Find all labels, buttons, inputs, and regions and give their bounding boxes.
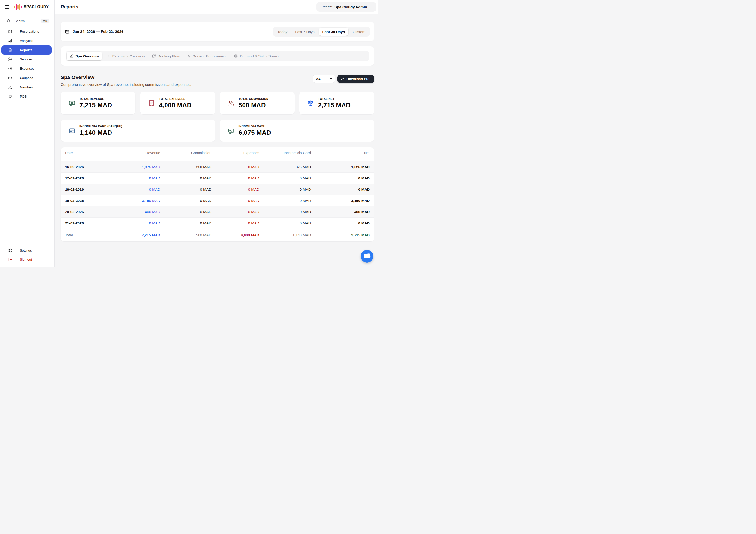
refresh-icon [152,54,156,58]
stat-label: TOTAL EXPENSES [159,97,191,100]
sidebar-item-settings[interactable]: Settings [1,246,52,255]
date-range-card: Jan 24, 2026 — Feb 22, 2026 Today Last 7… [61,22,374,41]
table-row: 20-02-2026 400 MAD 0 MAD 0 MAD 0 MAD 400… [61,206,374,217]
column-header-income-card: Income Via Card [259,150,311,155]
table-header: Date Revenue Commission Expenses Income … [61,147,374,158]
date-range-picker[interactable]: Jan 24, 2026 — Feb 22, 2026 [65,29,123,34]
banknote-icon [228,127,234,134]
search-placeholder: Search... [15,19,27,23]
sidebar-item-analytics[interactable]: Analytics [1,36,52,45]
sidebar-item-label: Settings [20,249,32,252]
column-header-commission: Commission [160,150,211,155]
users-icon [228,100,234,106]
chevron-down-icon [369,5,373,9]
sidebar-item-label: POS [20,94,27,98]
report-tabs-card: Spa Overview Expenses Overview Booking F… [61,46,374,66]
banknote-icon [69,100,75,106]
stat-card-total-revenue: TOTAL REVENUE 7,215 MAD [61,92,135,115]
menu-icon[interactable] [5,5,9,9]
gear-icon [8,249,13,253]
report-table: Date Revenue Commission Expenses Income … [61,147,374,241]
column-header-net: Net [311,150,370,155]
preset-last-30-days-button[interactable]: Last 30 Days [319,28,349,36]
section-title: Spa Overview [61,74,191,80]
table-row: 21-02-2026 0 MAD 0 MAD 0 MAD 0 MAD 0 MAD [61,217,374,228]
download-pdf-button[interactable]: Download PDF [338,75,374,83]
credit-card-icon [69,127,75,134]
tab-booking-flow[interactable]: Booking Flow [149,52,183,60]
search-input[interactable]: Search... ⌘K [3,17,49,24]
account-menu-button[interactable]: SPACLOUDY Spa Cloudy Admin [316,2,376,12]
cart-icon [8,94,13,98]
caret-down-icon [330,78,332,80]
section-actions: A4 Download PDF [313,74,374,83]
stats-row-1: TOTAL REVENUE 7,215 MAD TOTAL EXPENSES 4… [61,92,374,115]
search-shortcut: ⌘K [41,18,49,23]
stat-card-income-card: INCOME VIA CARD (BANQUE) 1,140 MAD [61,120,215,142]
section-description: Comprehensive overview of Spa revenue, i… [61,82,191,87]
stat-value: 2,715 MAD [318,101,351,109]
stat-label: TOTAL COMMISSION [239,97,268,100]
bar-chart-icon [69,54,73,58]
ticket-icon [8,76,13,80]
tab-demand-sales-source[interactable]: Demand & Sales Source [231,52,283,60]
table-row: 16-02-2026 1,875 MAD 250 MAD 0 MAD 875 M… [61,161,374,173]
logout-icon [8,257,13,262]
sidebar-item-signout[interactable]: Sign out [1,255,52,264]
sidebar-item-label: Analytics [20,39,33,42]
paper-size-value: A4 [316,77,320,81]
sidebar-item-members[interactable]: Members [1,83,52,92]
column-header-revenue: Revenue [111,150,160,155]
tab-service-performance[interactable]: Service Performance [184,52,230,60]
preset-custom-button[interactable]: Custom [349,28,369,36]
banknote-icon [106,54,110,58]
account-logo-icon: SPACLOUDY [320,6,333,8]
table-row-partial [61,158,374,161]
sparkles-icon [187,54,191,58]
sidebar-item-label: Services [20,58,33,61]
paper-size-select[interactable]: A4 [313,75,335,83]
sidebar-item-services[interactable]: Services [1,55,52,64]
stats-row-2: INCOME VIA CARD (BANQUE) 1,140 MAD INCOM… [61,120,374,142]
stat-card-income-cash: INCOME VIA CASH 6,075 MAD [220,120,374,142]
stat-card-total-expenses: TOTAL EXPENSES 4,000 MAD [140,92,215,115]
stat-value: 6,075 MAD [239,129,271,136]
column-header-expenses: Expenses [211,150,259,155]
dollar-circle-icon [8,67,13,71]
sidebar-item-reports[interactable]: Reports [1,45,52,55]
calendar-icon [65,29,69,34]
top-bar: Reports SPACLOUDY Spa Cloudy Admin [55,0,378,14]
sidebar-item-label: Sign out [20,258,32,261]
section-header: Spa Overview Comprehensive overview of S… [61,74,374,87]
logo-text: SPACLOUDY [24,5,49,9]
logo-bars-icon [14,4,22,10]
sidebar-item-reservations[interactable]: Reservations [1,27,52,36]
date-range-value: Jan 24, 2026 — Feb 22, 2026 [73,29,123,34]
table-row: 19-02-2026 3,150 MAD 0 MAD 0 MAD 0 MAD 3… [61,195,374,206]
receipt-percent-icon [148,100,155,106]
sidebar-item-label: Expenses [20,67,34,70]
tab-spa-overview[interactable]: Spa Overview [67,52,102,60]
sidebar-item-pos[interactable]: POS [1,92,52,101]
sidebar: SPACLOUDY Search... ⌘K Reservations Anal… [0,0,55,267]
download-icon [341,77,344,81]
tab-expenses-overview[interactable]: Expenses Overview [103,52,148,60]
sidebar-item-coupons[interactable]: Coupons [1,73,52,82]
globe-icon [234,54,238,58]
sidebar-footer: Settings Sign out [0,244,54,267]
preset-last-7-days-button[interactable]: Last 7 Days [291,28,318,36]
chat-button[interactable] [361,250,373,263]
sidebar-nav: Reservations Analytics Reports Services … [0,27,54,244]
preset-today-button[interactable]: Today [274,28,291,36]
table-row: 17-02-2026 0 MAD 0 MAD 0 MAD 0 MAD 0 MAD [61,173,374,184]
sidebar-item-expenses[interactable]: Expenses [1,64,52,73]
bar-chart-icon [8,39,13,43]
column-header-date: Date [65,150,111,155]
scale-icon [307,100,314,106]
sidebar-item-label: Members [20,85,34,89]
document-icon [8,48,13,52]
sidebar-item-label: Coupons [20,76,33,80]
table-row: 18-02-2026 0 MAD 0 MAD 0 MAD 0 MAD 0 MAD [61,184,374,195]
main-area: Reports SPACLOUDY Spa Cloudy Admin Jan 2… [55,0,378,267]
page-title: Reports [61,4,78,10]
